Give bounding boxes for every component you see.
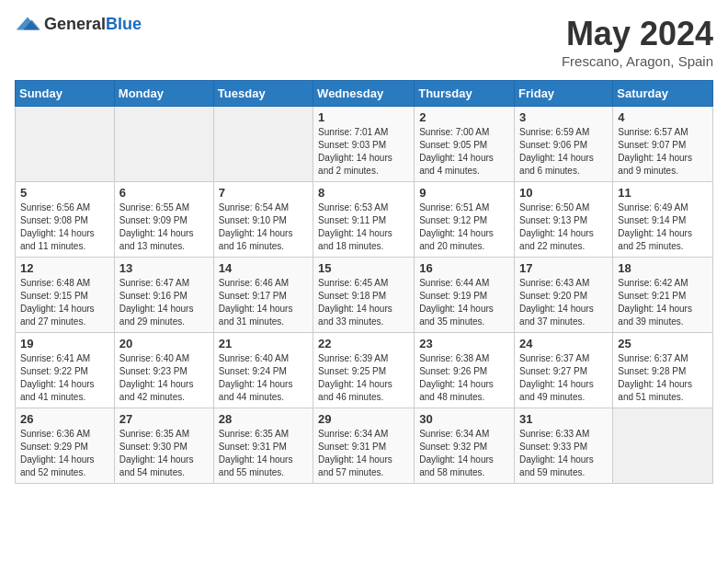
day-number: 8 <box>318 186 409 200</box>
day-number: 31 <box>519 412 608 426</box>
cell-content: Sunrise: 6:59 AMSunset: 9:06 PMDaylight:… <box>519 126 608 178</box>
calendar-cell: 10Sunrise: 6:50 AMSunset: 9:13 PMDayligh… <box>515 182 613 258</box>
day-number: 29 <box>318 412 409 426</box>
day-number: 15 <box>318 261 409 275</box>
calendar-cell: 28Sunrise: 6:35 AMSunset: 9:31 PMDayligh… <box>213 408 313 484</box>
cell-content: Sunrise: 7:00 AMSunset: 9:05 PMDaylight:… <box>419 126 509 178</box>
cell-content: Sunrise: 6:56 AMSunset: 9:08 PMDaylight:… <box>20 201 109 253</box>
calendar-cell: 13Sunrise: 6:47 AMSunset: 9:16 PMDayligh… <box>114 258 213 333</box>
day-number: 19 <box>20 337 109 350</box>
cell-content: Sunrise: 6:36 AMSunset: 9:29 PMDaylight:… <box>20 428 109 479</box>
day-number: 9 <box>419 186 509 200</box>
cell-content: Sunrise: 6:43 AMSunset: 9:20 PMDaylight:… <box>519 277 608 328</box>
logo-general: General <box>44 15 106 33</box>
calendar-cell: 31Sunrise: 6:33 AMSunset: 9:33 PMDayligh… <box>515 408 613 484</box>
day-number: 16 <box>419 261 509 275</box>
cell-content: Sunrise: 6:35 AMSunset: 9:31 PMDaylight:… <box>219 428 308 479</box>
calendar-cell: 15Sunrise: 6:45 AMSunset: 9:18 PMDayligh… <box>313 258 415 333</box>
calendar-cell <box>613 408 713 484</box>
cell-content: Sunrise: 6:48 AMSunset: 9:15 PMDaylight:… <box>20 277 109 328</box>
day-number: 1 <box>318 110 409 124</box>
weekday-header-row: SundayMondayTuesdayWednesdayThursdayFrid… <box>16 81 713 107</box>
cell-content: Sunrise: 6:51 AMSunset: 9:12 PMDaylight:… <box>419 201 509 253</box>
calendar-cell: 2Sunrise: 7:00 AMSunset: 9:05 PMDaylight… <box>415 107 515 182</box>
calendar-cell <box>114 107 213 182</box>
day-number: 5 <box>20 186 109 200</box>
day-number: 17 <box>519 261 608 275</box>
calendar-cell: 1Sunrise: 7:01 AMSunset: 9:03 PMDaylight… <box>313 107 415 182</box>
cell-content: Sunrise: 6:45 AMSunset: 9:18 PMDaylight:… <box>318 277 409 328</box>
cell-content: Sunrise: 6:35 AMSunset: 9:30 PMDaylight:… <box>119 428 209 479</box>
day-number: 6 <box>119 186 209 200</box>
calendar-cell: 24Sunrise: 6:37 AMSunset: 9:27 PMDayligh… <box>515 333 613 408</box>
calendar-cell: 18Sunrise: 6:42 AMSunset: 9:21 PMDayligh… <box>613 258 713 333</box>
day-number: 12 <box>20 261 109 275</box>
week-row-4: 19Sunrise: 6:41 AMSunset: 9:22 PMDayligh… <box>16 333 713 408</box>
week-row-5: 26Sunrise: 6:36 AMSunset: 9:29 PMDayligh… <box>16 408 713 484</box>
day-number: 18 <box>618 261 708 275</box>
cell-content: Sunrise: 6:38 AMSunset: 9:26 PMDaylight:… <box>419 352 509 404</box>
calendar-cell: 29Sunrise: 6:34 AMSunset: 9:31 PMDayligh… <box>313 408 415 484</box>
cell-content: Sunrise: 7:01 AMSunset: 9:03 PMDaylight:… <box>318 126 409 178</box>
day-number: 23 <box>419 337 509 350</box>
calendar-cell: 14Sunrise: 6:46 AMSunset: 9:17 PMDayligh… <box>213 258 313 333</box>
title-section: May 2024 Frescano, Aragon, Spain <box>562 15 713 69</box>
month-title: May 2024 <box>562 15 713 53</box>
logo-icon <box>15 16 40 34</box>
cell-content: Sunrise: 6:40 AMSunset: 9:23 PMDaylight:… <box>119 352 209 404</box>
calendar-cell: 12Sunrise: 6:48 AMSunset: 9:15 PMDayligh… <box>16 258 115 333</box>
calendar-cell: 26Sunrise: 6:36 AMSunset: 9:29 PMDayligh… <box>16 408 115 484</box>
day-number: 20 <box>119 337 209 350</box>
calendar-cell: 4Sunrise: 6:57 AMSunset: 9:07 PMDaylight… <box>613 107 713 182</box>
cell-content: Sunrise: 6:49 AMSunset: 9:14 PMDaylight:… <box>618 201 708 253</box>
cell-content: Sunrise: 6:34 AMSunset: 9:32 PMDaylight:… <box>419 428 509 479</box>
day-number: 28 <box>219 412 308 426</box>
day-number: 11 <box>618 186 708 200</box>
weekday-header-thursday: Thursday <box>415 81 515 107</box>
day-number: 22 <box>318 337 409 350</box>
day-number: 26 <box>20 412 109 426</box>
week-row-3: 12Sunrise: 6:48 AMSunset: 9:15 PMDayligh… <box>16 258 713 333</box>
week-row-2: 5Sunrise: 6:56 AMSunset: 9:08 PMDaylight… <box>16 182 713 258</box>
calendar-cell: 22Sunrise: 6:39 AMSunset: 9:25 PMDayligh… <box>313 333 415 408</box>
weekday-header-friday: Friday <box>515 81 613 107</box>
logo: GeneralBlue <box>15 15 142 34</box>
cell-content: Sunrise: 6:41 AMSunset: 9:22 PMDaylight:… <box>20 352 109 404</box>
cell-content: Sunrise: 6:57 AMSunset: 9:07 PMDaylight:… <box>618 126 708 178</box>
weekday-header-wednesday: Wednesday <box>313 81 415 107</box>
day-number: 25 <box>618 337 708 350</box>
week-row-1: 1Sunrise: 7:01 AMSunset: 9:03 PMDaylight… <box>16 107 713 182</box>
cell-content: Sunrise: 6:42 AMSunset: 9:21 PMDaylight:… <box>618 277 708 328</box>
weekday-header-sunday: Sunday <box>16 81 115 107</box>
calendar-cell: 16Sunrise: 6:44 AMSunset: 9:19 PMDayligh… <box>415 258 515 333</box>
cell-content: Sunrise: 6:33 AMSunset: 9:33 PMDaylight:… <box>519 428 608 479</box>
cell-content: Sunrise: 6:37 AMSunset: 9:28 PMDaylight:… <box>618 352 708 404</box>
calendar-cell: 8Sunrise: 6:53 AMSunset: 9:11 PMDaylight… <box>313 182 415 258</box>
day-number: 7 <box>219 186 308 200</box>
calendar-cell: 27Sunrise: 6:35 AMSunset: 9:30 PMDayligh… <box>114 408 213 484</box>
weekday-header-tuesday: Tuesday <box>213 81 313 107</box>
day-number: 2 <box>419 110 509 124</box>
calendar-cell: 30Sunrise: 6:34 AMSunset: 9:32 PMDayligh… <box>415 408 515 484</box>
page-header: GeneralBlue May 2024 Frescano, Aragon, S… <box>15 15 713 69</box>
day-number: 10 <box>519 186 608 200</box>
day-number: 24 <box>519 337 608 350</box>
calendar-cell: 17Sunrise: 6:43 AMSunset: 9:20 PMDayligh… <box>515 258 613 333</box>
day-number: 13 <box>119 261 209 275</box>
calendar-cell: 20Sunrise: 6:40 AMSunset: 9:23 PMDayligh… <box>114 333 213 408</box>
calendar-cell: 9Sunrise: 6:51 AMSunset: 9:12 PMDaylight… <box>415 182 515 258</box>
cell-content: Sunrise: 6:54 AMSunset: 9:10 PMDaylight:… <box>219 201 308 253</box>
location: Frescano, Aragon, Spain <box>562 53 713 69</box>
calendar-cell: 21Sunrise: 6:40 AMSunset: 9:24 PMDayligh… <box>213 333 313 408</box>
day-number: 21 <box>219 337 308 350</box>
cell-content: Sunrise: 6:34 AMSunset: 9:31 PMDaylight:… <box>318 428 409 479</box>
calendar-cell <box>16 107 115 182</box>
weekday-header-saturday: Saturday <box>613 81 713 107</box>
cell-content: Sunrise: 6:53 AMSunset: 9:11 PMDaylight:… <box>318 201 409 253</box>
calendar: SundayMondayTuesdayWednesdayThursdayFrid… <box>15 80 713 484</box>
cell-content: Sunrise: 6:44 AMSunset: 9:19 PMDaylight:… <box>419 277 509 328</box>
calendar-cell: 6Sunrise: 6:55 AMSunset: 9:09 PMDaylight… <box>114 182 213 258</box>
day-number: 27 <box>119 412 209 426</box>
calendar-cell: 19Sunrise: 6:41 AMSunset: 9:22 PMDayligh… <box>16 333 115 408</box>
cell-content: Sunrise: 6:50 AMSunset: 9:13 PMDaylight:… <box>519 201 608 253</box>
